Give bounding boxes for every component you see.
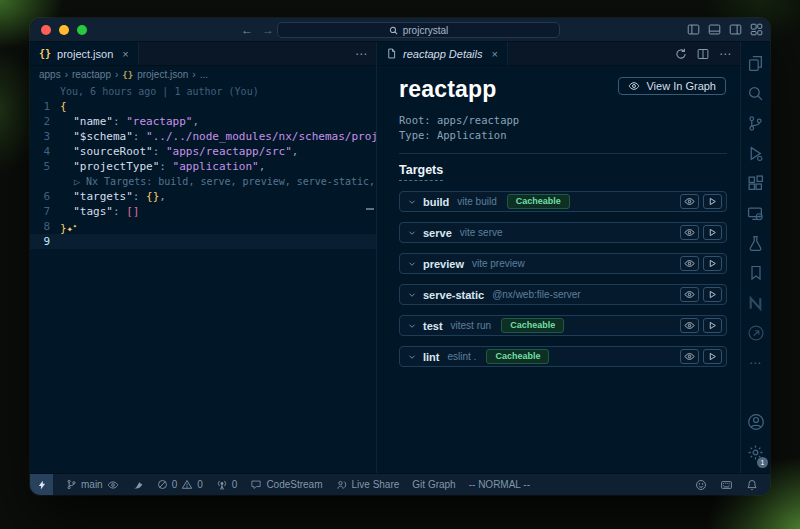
left-tab-strip: {} project.json × ⋯ (30, 42, 376, 66)
run-target-button[interactable] (703, 194, 722, 209)
breadcrumb-trail[interactable]: ... (200, 69, 208, 80)
view-target-button[interactable] (680, 194, 699, 209)
remote-indicator[interactable] (30, 474, 53, 495)
problems-indicator[interactable]: 0 0 (157, 479, 203, 490)
line-number (30, 84, 60, 99)
close-tab-icon[interactable]: × (492, 48, 498, 60)
keyboard-icon[interactable] (720, 479, 733, 491)
play-icon (708, 228, 717, 237)
smiley-feedback-icon[interactable] (695, 479, 707, 491)
close-window-button[interactable] (41, 25, 51, 35)
run-target-button[interactable] (703, 318, 722, 333)
extensions-icon[interactable] (741, 168, 770, 198)
code-line: 4 "sourceRoot": "apps/reactapp/src", (30, 144, 376, 159)
line-number (30, 174, 60, 189)
testing-icon[interactable] (741, 228, 770, 258)
ports-indicator[interactable]: 0 (216, 479, 238, 491)
chevron-down-icon[interactable] (407, 197, 417, 207)
vim-mode-indicator[interactable]: -- NORMAL -- (469, 479, 530, 490)
codestream-label: CodeStream (266, 479, 322, 490)
tab-project-json[interactable]: {} project.json × (30, 42, 139, 65)
code-line: 2 "name": "reactapp", (30, 114, 376, 129)
branch-indicator[interactable]: main (66, 479, 119, 491)
code-line: 7 "tags": [] (30, 204, 376, 219)
live-share-label: Live Share (352, 479, 400, 490)
command-center-search[interactable]: projcrystal (277, 22, 560, 38)
refresh-icon[interactable] (675, 48, 687, 60)
eye-icon[interactable] (107, 479, 119, 491)
view-target-button[interactable] (680, 287, 699, 302)
explorer-icon[interactable] (741, 48, 770, 78)
run-target-button[interactable] (703, 287, 722, 302)
broadcast-icon (216, 479, 228, 491)
target-command: eslint . (448, 351, 477, 362)
view-target-button[interactable] (680, 349, 699, 364)
blame-line: You, 6 hours ago | 1 author (You) (30, 84, 376, 99)
accounts-icon[interactable] (741, 407, 770, 437)
minimize-window-button[interactable] (59, 25, 69, 35)
breadcrumb-item-apps[interactable]: apps (39, 69, 61, 80)
maximize-window-button[interactable] (77, 25, 87, 35)
more-actions-icon[interactable]: ⋯ (355, 47, 367, 61)
bookmarks-icon[interactable] (741, 258, 770, 288)
search-value: projcrystal (403, 25, 449, 36)
settings-gear-icon[interactable]: 1 (741, 437, 770, 467)
codelens-line[interactable]: ▷ Nx Targets: build, serve, preview, ser… (30, 174, 376, 189)
view-target-button[interactable] (680, 318, 699, 333)
bird-icon[interactable] (132, 479, 144, 491)
toggle-secondary-sidebar-icon[interactable] (729, 23, 742, 36)
line-number: 9 (30, 234, 60, 249)
target-row: test vitest run Cacheable (399, 315, 727, 336)
close-tab-icon[interactable]: × (122, 48, 128, 60)
targets-list: build vite build Cacheable serve vite se… (399, 191, 727, 367)
source-control-icon[interactable] (741, 108, 770, 138)
breadcrumb-item-reactapp[interactable]: reactapp (72, 69, 111, 80)
run-debug-icon[interactable] (741, 138, 770, 168)
toggle-sidebar-icon[interactable] (687, 23, 700, 36)
search-icon[interactable] (741, 78, 770, 108)
title-bar: ← → projcrystal (30, 18, 770, 42)
file-icon (386, 48, 397, 59)
more-views-icon[interactable]: ⋯ (741, 348, 770, 378)
gitlens-icon[interactable] (741, 318, 770, 348)
chevron-down-icon[interactable] (407, 352, 417, 362)
run-target-button[interactable] (703, 349, 722, 364)
tab-reactapp-details[interactable]: reactapp Details × (377, 42, 508, 65)
code-editor[interactable]: You, 6 hours ago | 1 author (You)1{2 "na… (30, 83, 376, 473)
run-target-button[interactable] (703, 256, 722, 271)
git-graph-item[interactable]: Git Graph (412, 479, 455, 490)
play-icon (708, 290, 717, 299)
chevron-down-icon[interactable] (407, 228, 417, 238)
remote-explorer-icon[interactable] (741, 198, 770, 228)
more-actions-icon[interactable]: ⋯ (719, 47, 731, 61)
back-arrow-icon[interactable]: ← (241, 23, 253, 37)
forward-arrow-icon[interactable]: → (262, 23, 274, 37)
chevron-down-icon[interactable] (407, 321, 417, 331)
chevron-down-icon[interactable] (407, 290, 417, 300)
toggle-panel-icon[interactable] (708, 23, 721, 36)
breadcrumb-separator: › (65, 69, 68, 80)
codestream-item[interactable]: CodeStream (250, 479, 322, 490)
live-share-item[interactable]: Live Share (336, 479, 400, 491)
breadcrumb-item-file[interactable]: project.json (137, 69, 188, 80)
breadcrumb: apps › reactapp › {} project.json › ... (30, 66, 376, 83)
play-icon (708, 259, 717, 268)
target-name: preview (423, 258, 464, 270)
view-target-button[interactable] (680, 256, 699, 271)
customize-layout-icon[interactable] (750, 23, 763, 36)
json-file-icon: {} (122, 70, 133, 80)
run-target-button[interactable] (703, 225, 722, 240)
code-lines: You, 6 hours ago | 1 author (You)1{2 "na… (30, 84, 376, 249)
eye-icon (684, 196, 695, 207)
split-editor-icon[interactable] (697, 48, 709, 60)
chevron-down-icon[interactable] (407, 259, 417, 269)
play-icon (708, 197, 717, 206)
cacheable-badge: Cacheable (486, 349, 549, 364)
bell-icon[interactable] (746, 479, 758, 491)
traffic-lights (41, 25, 87, 35)
view-in-graph-button[interactable]: View In Graph (618, 77, 726, 95)
breadcrumb-separator: › (115, 69, 118, 80)
activity-bar: ⋯ 1 (740, 42, 770, 473)
view-target-button[interactable] (680, 225, 699, 240)
nx-console-icon[interactable] (741, 288, 770, 318)
